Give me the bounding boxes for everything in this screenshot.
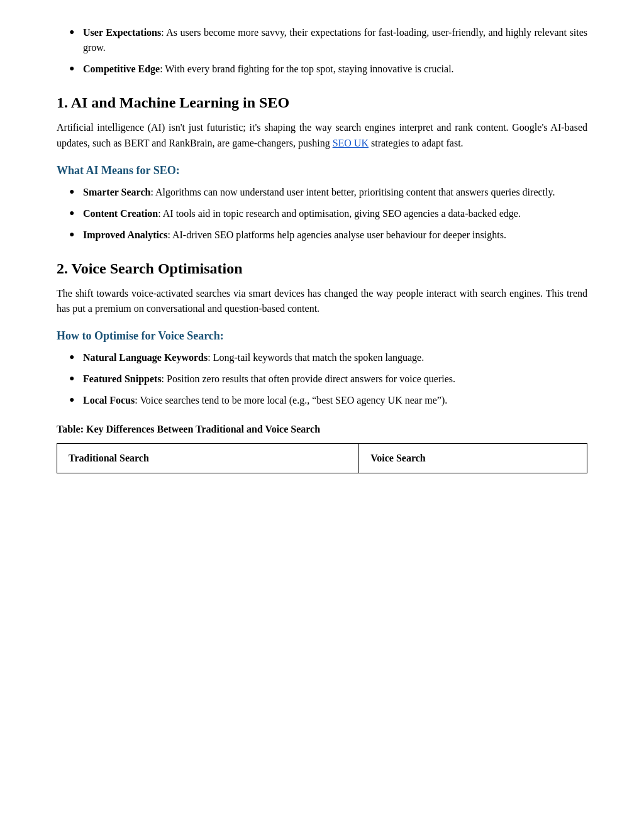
bullet-s1-term-2: Content Creation [83, 208, 158, 219]
bullet-user-expectations: User Expectations: As users become more … [69, 25, 587, 55]
table-header-row: Traditional Search Voice Search [57, 444, 587, 473]
section1-intro-text: Artificial intelligence (AI) isn't just … [57, 122, 587, 148]
section1-intro-end: strategies to adapt fast. [371, 138, 464, 148]
bullet-improved-analytics: Improved Analytics: AI-driven SEO platfo… [69, 228, 587, 243]
bullet-natural-language: Natural Language Keywords: Long-tail key… [69, 350, 587, 365]
seo-uk-link[interactable]: SEO UK [333, 138, 369, 148]
bullet-s2-text-2: : Position zero results that often provi… [162, 373, 455, 384]
bullet-smarter-search: Smarter Search: Algorithms can now under… [69, 185, 587, 200]
bullet-s2-text-1: : Long-tail keywords that match the spok… [208, 352, 424, 363]
section2-heading: 2. Voice Search Optimisation [57, 260, 587, 277]
bullet-term-1: User Expectations [83, 27, 161, 38]
bullet-s1-text-2: : AI tools aid in topic research and opt… [158, 208, 521, 219]
bullet-local-focus: Local Focus: Voice searches tend to be m… [69, 393, 587, 408]
section1-subheading: What AI Means for SEO: [57, 164, 587, 177]
bullet-s2-term-3: Local Focus [83, 395, 135, 405]
bullet-s1-term-3: Improved Analytics [83, 229, 167, 240]
bullet-s2-text-3: : Voice searches tend to be more local (… [135, 395, 447, 405]
bullet-content-creation: Content Creation: AI tools aid in topic … [69, 206, 587, 221]
table-header-voice: Voice Search [359, 444, 587, 473]
bullet-s2-term-1: Natural Language Keywords [83, 352, 208, 363]
page-container: User Expectations: As users become more … [0, 0, 644, 511]
bullet-featured-snippets: Featured Snippets: Position zero results… [69, 372, 587, 387]
bullet-s2-term-2: Featured Snippets [83, 373, 162, 384]
section2-bullet-list: Natural Language Keywords: Long-tail key… [57, 350, 587, 408]
section2-subheading: How to Optimise for Voice Search: [57, 329, 587, 343]
bullet-competitive-edge: Competitive Edge: With every brand fight… [69, 62, 587, 77]
section2-intro: The shift towards voice-activated search… [57, 286, 587, 317]
table-title: Table: Key Differences Between Tradition… [57, 422, 587, 437]
section1-bullet-list: Smarter Search: Algorithms can now under… [57, 185, 587, 243]
top-bullet-list: User Expectations: As users become more … [57, 25, 587, 77]
bullet-term-2: Competitive Edge [83, 63, 160, 74]
section1-intro: Artificial intelligence (AI) isn't just … [57, 120, 587, 152]
bullet-text-2: : With every brand fighting for the top … [160, 63, 453, 74]
bullet-s1-text-1: : Algorithms can now understand user int… [150, 187, 555, 197]
bullet-s1-term-1: Smarter Search [83, 187, 150, 197]
section1-heading: 1. AI and Machine Learning in SEO [57, 94, 587, 111]
table-header-traditional: Traditional Search [57, 444, 359, 473]
comparison-table: Traditional Search Voice Search [57, 443, 587, 473]
bullet-s1-text-3: : AI-driven SEO platforms help agencies … [167, 229, 506, 240]
